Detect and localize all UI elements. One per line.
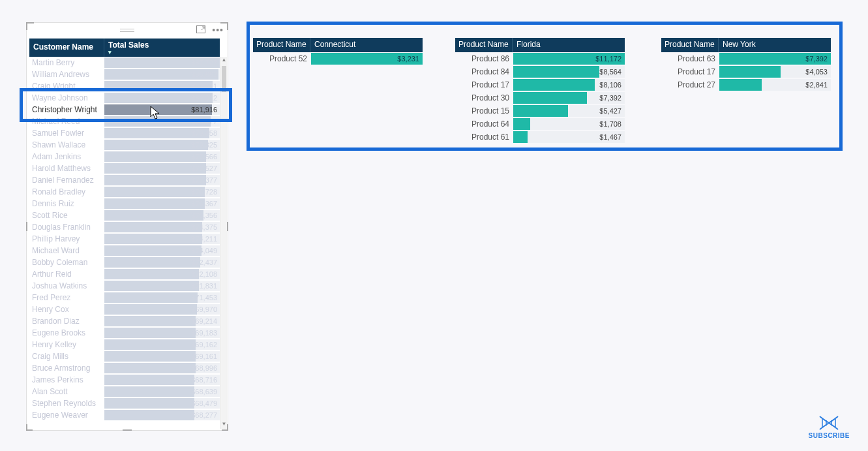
product-name-cell: Product 64: [455, 119, 513, 129]
table-row[interactable]: Martin Berry$87,727: [29, 57, 220, 69]
table-row[interactable]: Product 15$5,427: [455, 104, 625, 117]
product-visual-newyork[interactable]: Product NameNew YorkProduct 63$7,392Prod…: [661, 38, 831, 91]
sales-bar: $77,377: [104, 175, 220, 185]
table-row[interactable]: James Perkins$68,716: [29, 374, 220, 386]
table-row[interactable]: William Andrews$86,662: [29, 69, 220, 80]
table-row[interactable]: Arthur Reid$72,108: [29, 268, 220, 280]
sales-value: $68,639: [191, 386, 217, 397]
customer-name-cell: Michael Ward: [29, 246, 104, 255]
vertical-scrollbar[interactable]: ▲ ▼: [220, 57, 227, 429]
table-row[interactable]: Samuel Fowler$79,458: [29, 127, 220, 139]
sales-value: $81,916: [191, 104, 217, 115]
customer-name-cell: Brandon Diaz: [29, 317, 104, 326]
customer-sales-visual[interactable]: ••• Customer Name Total Sales ▾ Martin B…: [26, 22, 228, 431]
table-row[interactable]: Henry Cox$69,970: [29, 303, 220, 315]
scroll-down-icon[interactable]: ▼: [221, 421, 227, 429]
table-row[interactable]: Product 63$7,392: [661, 52, 831, 65]
table-row[interactable]: Bruce Armstrong$68,996: [29, 362, 220, 374]
product-value: $7,392: [599, 92, 621, 104]
sales-bar: $86,662: [104, 69, 220, 80]
subscribe-badge[interactable]: SUBSCRIBE: [809, 415, 850, 439]
sales-bar: $68,716: [104, 375, 220, 385]
drag-handle-icon[interactable]: [120, 29, 134, 32]
product-table-header[interactable]: Product NameFlorida: [455, 38, 625, 52]
sales-bar: $68,639: [104, 386, 220, 397]
table-row[interactable]: Eugene Weaver$68,277: [29, 409, 220, 421]
table-row[interactable]: Brandon Diaz$69,214: [29, 315, 220, 327]
table-row[interactable]: Product 61$1,467: [455, 131, 625, 144]
table-row[interactable]: Michael Reed$80,377: [29, 116, 220, 127]
customer-table-header[interactable]: Customer Name Total Sales ▾: [29, 39, 220, 57]
sales-value: $71,453: [191, 292, 217, 303]
table-row[interactable]: Adam Jenkins$77,566: [29, 151, 220, 163]
header-state[interactable]: Connecticut: [310, 38, 423, 52]
customer-name-cell: Henry Kelley: [29, 340, 104, 349]
header-product-name[interactable]: Product Name: [661, 38, 719, 52]
scroll-thumb[interactable]: [222, 66, 226, 92]
more-options-icon[interactable]: •••: [212, 25, 224, 35]
table-row[interactable]: Product 64$1,708: [455, 117, 625, 131]
header-customer-name[interactable]: Customer Name: [29, 39, 104, 57]
scroll-up-icon[interactable]: ▲: [221, 57, 227, 65]
product-name-cell: Product 17: [661, 67, 719, 76]
product-bar: $4,053: [719, 66, 831, 78]
table-row[interactable]: Product 30$7,392: [455, 91, 625, 104]
sales-value: $76,367: [191, 198, 217, 209]
table-row[interactable]: Henry Kelley$69,162: [29, 339, 220, 350]
table-row[interactable]: Christopher Wright$81,916: [29, 104, 220, 116]
table-row[interactable]: Craig Wright$82,571: [29, 80, 220, 92]
table-row[interactable]: Scott Rice$75,356: [29, 210, 220, 221]
product-bar: $8,106: [513, 79, 625, 91]
customer-name-cell: Phillip Harvey: [29, 234, 104, 243]
header-product-name[interactable]: Product Name: [455, 38, 513, 52]
table-row[interactable]: Product 52$3,231: [253, 52, 423, 65]
header-product-name[interactable]: Product Name: [253, 38, 310, 52]
table-row[interactable]: Craig Mills$69,161: [29, 350, 220, 362]
table-row[interactable]: Phillip Harvey$74,211: [29, 233, 220, 245]
header-total-sales[interactable]: Total Sales ▾: [104, 39, 220, 57]
table-row[interactable]: Alan Scott$68,639: [29, 386, 220, 397]
header-state[interactable]: Florida: [513, 38, 625, 52]
sales-bar: $79,458: [104, 128, 220, 138]
table-row[interactable]: Stephen Reynolds$68,479: [29, 397, 220, 409]
table-row[interactable]: Bobby Coleman$72,437: [29, 257, 220, 268]
header-state[interactable]: New York: [719, 38, 831, 52]
table-row[interactable]: Ronald Bradley$76,728: [29, 186, 220, 198]
table-row[interactable]: Dennis Ruiz$76,367: [29, 198, 220, 210]
table-row[interactable]: Product 17$8,106: [455, 78, 625, 91]
product-name-cell: Product 84: [455, 67, 513, 76]
table-row[interactable]: Daniel Fernandez$77,377: [29, 174, 220, 186]
table-row[interactable]: Product 17$4,053: [661, 65, 831, 78]
table-row[interactable]: Michael Ward$74,049: [29, 245, 220, 257]
product-visual-connecticut[interactable]: Product NameConnecticutProduct 52$3,231: [253, 38, 423, 65]
table-row[interactable]: Joshua Watkins$71,831: [29, 280, 220, 292]
customer-name-cell: Martin Berry: [29, 58, 104, 67]
sales-bar: $82,012: [104, 93, 220, 103]
sales-value: $79,458: [191, 128, 217, 138]
focus-mode-icon[interactable]: [196, 24, 205, 36]
table-row[interactable]: Harold Matthews$77,527: [29, 163, 220, 174]
customer-name-cell: Alan Scott: [29, 387, 104, 396]
table-row[interactable]: Douglas Franklin$74,375: [29, 221, 220, 233]
table-row[interactable]: Shawn Wallace$79,325: [29, 139, 220, 151]
product-table-header[interactable]: Product NameNew York: [661, 38, 831, 52]
customer-name-cell: Daniel Fernandez: [29, 176, 104, 185]
table-row[interactable]: Eugene Brooks$69,183: [29, 327, 220, 339]
subscribe-label: SUBSCRIBE: [809, 432, 850, 439]
customer-name-cell: Fred Perez: [29, 293, 104, 302]
table-row[interactable]: Product 27$2,841: [661, 78, 831, 91]
product-table-header[interactable]: Product NameConnecticut: [253, 38, 423, 52]
product-value: $1,467: [599, 131, 621, 143]
visual-header-strip: •••: [27, 23, 228, 37]
table-row[interactable]: Wayne Johnson$82,012: [29, 92, 220, 104]
sales-bar: $81,916: [104, 104, 220, 115]
table-row[interactable]: Product 84$8,564: [455, 65, 625, 78]
table-row[interactable]: Fred Perez$71,453: [29, 292, 220, 303]
product-visual-florida[interactable]: Product NameFloridaProduct 86$11,172Prod…: [455, 38, 625, 144]
table-row[interactable]: Product 86$11,172: [455, 52, 625, 65]
product-value: $8,564: [599, 66, 621, 78]
sales-value: $86,662: [191, 69, 217, 80]
customer-table-body[interactable]: Martin Berry$87,727William Andrews$86,66…: [29, 57, 220, 429]
customer-name-cell: Douglas Franklin: [29, 223, 104, 232]
product-name-cell: Product 27: [661, 80, 719, 89]
